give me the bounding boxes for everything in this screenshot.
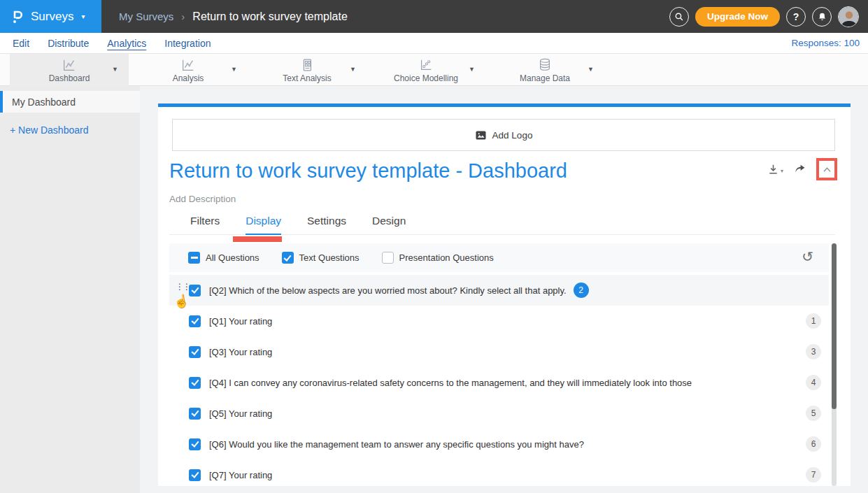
question-checkbox[interactable] <box>189 469 201 481</box>
question-text: [Q3] Your rating <box>209 347 272 357</box>
product-switcher[interactable]: Surveys ▾ <box>0 0 101 33</box>
toolbar-item-text-analysis[interactable]: Text Analysis ▼ <box>248 54 367 86</box>
tab-filters[interactable]: Filters <box>190 215 220 234</box>
question-text: [Q5] Your rating <box>209 408 272 419</box>
filter-checkbox[interactable] <box>188 252 200 264</box>
nav-item-analytics[interactable]: Analytics <box>107 38 146 49</box>
filter-text-questions[interactable]: Text Questions <box>282 252 360 264</box>
help-icon: ? <box>793 11 799 22</box>
question-number-badge: 1 <box>806 313 821 329</box>
download-icon <box>767 163 780 176</box>
chevron-up-icon <box>823 166 832 173</box>
question-text: [Q1] Your rating <box>209 316 272 327</box>
tab-design[interactable]: Design <box>372 215 406 234</box>
question-checkbox[interactable] <box>189 315 201 327</box>
question-checkbox[interactable] <box>189 377 201 389</box>
new-dashboard-button[interactable]: + New Dashboard <box>0 124 140 136</box>
nav-item-integration[interactable]: Integration <box>164 38 211 49</box>
question-checkbox[interactable] <box>189 285 201 296</box>
toolbar-item-manage-data[interactable]: Manage Data ▼ <box>485 54 604 86</box>
tab-display[interactable]: Display <box>246 215 281 235</box>
add-logo-label: Add Logo <box>492 130 533 141</box>
title-actions: ▾ <box>767 158 837 180</box>
toolbar-item-caret-icon[interactable]: ▼ <box>469 66 475 73</box>
help-button[interactable]: ? <box>786 7 806 27</box>
toolbar-item-caret-icon[interactable]: ▼ <box>350 66 356 73</box>
tab-settings[interactable]: Settings <box>307 215 346 234</box>
question-row-q5[interactable]: [Q5] Your rating 5 <box>169 398 829 429</box>
collapse-button-highlighted[interactable] <box>816 158 837 180</box>
question-text: [Q6] Would you like the management team … <box>209 439 584 450</box>
drag-handle-icon[interactable]: ⋮⋮ <box>176 284 184 290</box>
product-caret-icon: ▾ <box>81 13 85 20</box>
toolbar-item-caret-icon[interactable]: ▼ <box>588 66 594 73</box>
toolbar-item-label: Analysis <box>173 73 204 83</box>
nav-item-edit[interactable]: Edit <box>13 38 29 49</box>
question-list-scrollbar-track[interactable] <box>832 243 837 486</box>
toolbar-item-analysis[interactable]: Analysis ▼ <box>129 54 248 86</box>
dashboard-title[interactable]: Return to work survey template - Dashboa… <box>169 159 567 183</box>
notifications-button[interactable] <box>812 7 832 27</box>
question-checkbox[interactable] <box>189 438 201 450</box>
toolbar-item-caret-icon[interactable]: ▼ <box>231 66 237 73</box>
top-header: Surveys ▾ My Surveys › Return to work su… <box>0 0 868 33</box>
filter-checkbox[interactable] <box>282 252 294 264</box>
question-list: ⋮⋮ [Q2] Which of the below aspects are y… <box>169 275 829 486</box>
questionpro-logo-icon <box>10 8 24 25</box>
line-chart-icon <box>61 57 78 73</box>
share-arrow-icon <box>792 162 807 175</box>
question-row-q1[interactable]: [Q1] Your rating 1 <box>169 306 829 336</box>
download-caret-icon: ▾ <box>781 168 783 176</box>
sidebar-item-my-dashboard[interactable]: My Dashboard <box>0 91 140 113</box>
question-row-q3[interactable]: [Q3] Your rating 3 <box>169 336 829 367</box>
survey-nav: EditDistributeAnalyticsIntegrationRespon… <box>0 33 868 54</box>
nav-item-distribute[interactable]: Distribute <box>48 38 89 49</box>
avatar-photo <box>839 7 859 27</box>
add-logo-button[interactable]: Add Logo <box>172 119 835 151</box>
display-tabs: FiltersDisplaySettingsDesign <box>169 215 835 235</box>
question-row-q2[interactable]: ⋮⋮ [Q2] Which of the below aspects are y… <box>169 275 829 306</box>
app-root: Surveys ▾ My Surveys › Return to work su… <box>0 0 868 493</box>
breadcrumb: My Surveys › Return to work survey templ… <box>119 0 348 33</box>
share-button[interactable] <box>792 162 807 178</box>
filter-all-questions[interactable]: All Questions <box>188 252 259 264</box>
question-number-badge: 5 <box>806 406 821 421</box>
question-row-q6[interactable]: [Q6] Would you like the management team … <box>169 429 829 459</box>
filter-presentation-questions[interactable]: Presentation Questions <box>382 252 494 264</box>
question-text: [Q7] Your rating <box>209 470 272 480</box>
question-filter-bar: All Questions Text Questions Presentatio… <box>169 243 829 272</box>
toolbar-item-dashboard[interactable]: Dashboard ▼ <box>10 54 129 86</box>
question-row-q7[interactable]: [Q7] Your rating 7 <box>169 459 829 486</box>
main-area: Add Logo Return to work survey template … <box>140 86 868 493</box>
question-checkbox[interactable] <box>189 346 201 358</box>
toolbar-item-label: Text Analysis <box>283 73 331 83</box>
question-checkbox[interactable] <box>189 408 201 420</box>
search-icon <box>674 12 684 22</box>
toolbar-item-choice-modelling[interactable]: Choice Modelling ▼ <box>367 54 485 86</box>
filter-checkbox[interactable] <box>382 252 394 264</box>
analytics-toolbar: Dashboard ▼ Analysis <box>0 54 868 86</box>
question-number-badge: 4 <box>806 375 821 390</box>
avatar[interactable] <box>838 6 859 27</box>
question-order-badge: 2 <box>574 283 589 298</box>
reset-icon[interactable]: ↺ <box>802 249 813 264</box>
breadcrumb-my-surveys[interactable]: My Surveys <box>119 10 173 22</box>
search-button[interactable] <box>669 7 689 27</box>
breadcrumb-current-survey: Return to work survey template <box>192 10 347 23</box>
question-row-q4[interactable]: [Q4] I can convey any coronavirus-relate… <box>169 367 829 398</box>
toolbar-item-caret-icon[interactable]: ▼ <box>112 66 118 73</box>
dashboard-sidebar: My Dashboard + New Dashboard <box>0 86 140 493</box>
download-button[interactable]: ▾ <box>767 163 783 176</box>
question-text: [Q4] I can convey any coronavirus-relate… <box>209 378 692 388</box>
breadcrumb-separator: › <box>181 10 185 22</box>
header-actions: Upgrade Now ? <box>669 0 859 33</box>
image-icon <box>475 130 487 141</box>
add-description-field[interactable]: Add Description <box>169 194 236 204</box>
upgrade-now-button[interactable]: Upgrade Now <box>695 7 780 27</box>
question-number-badge: 7 <box>806 467 821 483</box>
question-list-scrollbar-thumb[interactable] <box>832 243 837 409</box>
question-text: [Q2] Which of the below aspects are you … <box>209 285 567 296</box>
card-accent-bar <box>158 103 851 107</box>
responses-count-link[interactable]: Responses: 100 <box>791 38 860 48</box>
question-number-badge: 3 <box>806 344 821 359</box>
